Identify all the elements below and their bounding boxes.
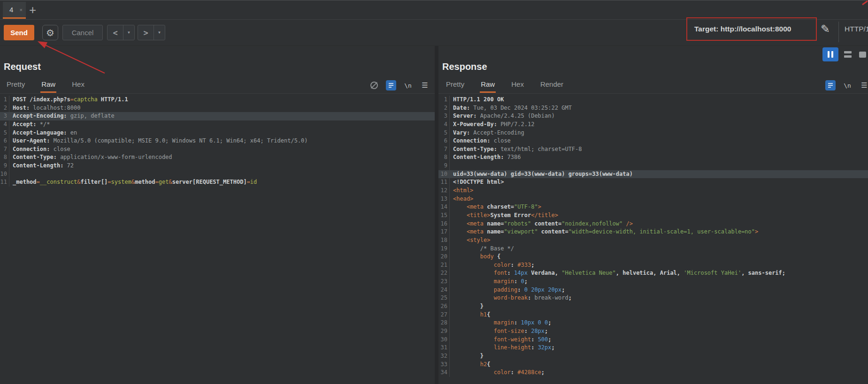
tab-response-raw[interactable]: Raw: [480, 80, 496, 93]
code-line-17: 17 <meta name="viewport" content="width=…: [438, 228, 868, 236]
editor-menu-icon[interactable]: ☰: [420, 80, 430, 90]
code-line-9: 9: [438, 162, 868, 170]
tab-label: 4: [9, 6, 13, 14]
response-editor[interactable]: 1HTTP/1.1 200 OK2Date: Tue, 03 Dec 2024 …: [438, 94, 868, 384]
code-line-text: word-break: break-word;: [453, 294, 572, 302]
request-editor[interactable]: 1POST /index.php?s=captcha HTTP/1.12Host…: [0, 94, 435, 384]
line-number: 3: [438, 112, 450, 120]
code-line-text: <meta name="robots" content="noindex,nof…: [453, 220, 633, 228]
code-line-text: color: #333;: [453, 261, 534, 270]
request-panel-title: Request: [4, 61, 41, 72]
code-line-text: Connection: close: [453, 137, 511, 145]
line-number: 10: [0, 170, 9, 179]
code-line-text: <title>System Error</title>: [453, 211, 558, 220]
request-editor-icons: \n ☰: [369, 80, 430, 90]
line-number: 2: [0, 104, 9, 113]
gear-icon: ⚙: [46, 27, 54, 38]
code-line-text: /* Base */: [453, 245, 514, 253]
line-number: 17: [438, 228, 450, 236]
edit-target-icon[interactable]: ✎: [821, 23, 830, 36]
code-line-text: h1{: [453, 311, 490, 319]
tab-response-render[interactable]: Render: [539, 80, 564, 93]
code-line-11: 11_method=__construct&filter[]=system&me…: [0, 178, 435, 187]
code-line-26: 26 }: [438, 302, 868, 311]
code-line-text: HTTP/1.1 200 OK: [453, 96, 504, 104]
layout-rows-button[interactable]: [841, 47, 854, 61]
tab-request-pretty[interactable]: Pretty: [6, 80, 26, 93]
code-line-27: 27 h1{: [438, 311, 868, 319]
code-line-text: <!DOCTYPE html>: [453, 178, 504, 187]
tab-request-raw[interactable]: Raw: [40, 80, 56, 93]
line-number: 1: [0, 96, 9, 104]
code-line-4: 4Accept: */*: [0, 120, 435, 129]
tab-response-hex[interactable]: Hex: [510, 80, 525, 93]
wrap-lines-glyph: [388, 82, 394, 89]
show-newlines-icon[interactable]: \n: [403, 80, 413, 90]
code-line-text: User-Agent: Mozilla/5.0 (compatible; MSI…: [13, 137, 308, 145]
code-line-text: Content-Length: 7386: [453, 153, 521, 162]
history-forward-button[interactable]: > ▼: [138, 25, 165, 40]
send-button[interactable]: Send: [4, 25, 34, 40]
line-number: 19: [438, 245, 450, 253]
soft-wrap-icon[interactable]: [386, 80, 396, 90]
line-number: 8: [438, 153, 450, 162]
response-panel-title: Response: [442, 61, 487, 72]
close-tab-icon[interactable]: ×: [20, 7, 23, 13]
code-line-text: Connection: close: [13, 145, 70, 154]
editor-menu-icon[interactable]: ☰: [859, 80, 868, 90]
code-line-1: 1POST /index.php?s=captcha HTTP/1.1: [0, 96, 435, 104]
code-line-text: Content-Length: 72: [13, 162, 74, 170]
code-line-text: font: 14px Verdana, "Helvetica Neue", he…: [453, 269, 785, 278]
line-number: 15: [438, 211, 450, 220]
code-line-3: 3Server: Apache/2.4.25 (Debian): [438, 112, 868, 120]
code-line-text: padding: 0 20px 20px;: [453, 286, 565, 294]
toolbar-divider: [838, 22, 839, 42]
code-line-31: 31 line-height: 32px;: [438, 344, 868, 352]
soft-wrap-icon[interactable]: [825, 80, 836, 90]
code-line-2: 2Host: localhost:8000: [0, 104, 435, 113]
line-number: 29: [438, 327, 450, 336]
line-number: 22: [438, 269, 450, 278]
layout-single-button[interactable]: [856, 47, 868, 61]
line-number: 30: [438, 336, 450, 344]
code-line-text: uid=33(www-data) gid=33(www-data) groups…: [453, 170, 633, 179]
active-tab-indicator: [3, 17, 26, 19]
code-line-18: 18 <style>: [438, 236, 868, 245]
highlight-off-icon[interactable]: [369, 80, 379, 90]
code-line-10: 10: [0, 170, 435, 179]
panel-divider[interactable]: [435, 46, 438, 384]
request-settings-button[interactable]: ⚙: [42, 25, 58, 40]
history-back-button[interactable]: < ▼: [107, 25, 135, 40]
line-number: 5: [0, 129, 9, 137]
code-line-10: 10uid=33(www-data) gid=33(www-data) grou…: [438, 170, 868, 179]
caret-down-icon[interactable]: ▼: [123, 30, 134, 35]
show-newlines-icon[interactable]: \n: [842, 80, 853, 90]
line-number: 21: [438, 261, 450, 270]
code-line-text: }: [453, 352, 484, 361]
toolbar-border: [0, 45, 868, 46]
code-line-21: 21 color: #333;: [438, 261, 868, 270]
code-line-28: 28 margin: 10px 0 0;: [438, 319, 868, 327]
code-line-text: Server: Apache/2.4.25 (Debian): [453, 112, 555, 120]
target-label[interactable]: Target: http://localhost:8000: [694, 17, 791, 41]
http-version-label: HTTP/1: [845, 17, 868, 41]
line-number: 31: [438, 344, 450, 352]
code-line-3: 3Accept-Encoding: gzip, deflate: [0, 112, 435, 120]
code-line-text: Accept-Language: en: [13, 129, 77, 137]
code-line-text: Vary: Accept-Encoding: [453, 129, 524, 137]
tab-response-pretty[interactable]: Pretty: [445, 80, 465, 93]
columns-icon: [831, 51, 833, 58]
code-line-text: X-Powered-By: PHP/7.2.12: [453, 120, 534, 129]
layout-columns-button[interactable]: [822, 47, 838, 61]
line-number: 27: [438, 311, 450, 319]
caret-down-icon[interactable]: ▼: [154, 30, 165, 35]
tab-request-hex[interactable]: Hex: [71, 80, 85, 93]
line-number: 9: [438, 162, 450, 170]
code-line-text: line-height: 32px;: [453, 344, 555, 352]
code-line-text: Content-Type: application/x-www-form-url…: [13, 153, 172, 162]
cancel-button[interactable]: Cancel: [62, 25, 103, 40]
code-line-text: Content-Type: text/html; charset=UTF-8: [453, 145, 582, 154]
new-tab-button[interactable]: +: [29, 3, 36, 17]
code-line-text: margin: 10px 0 0;: [453, 319, 552, 327]
repeater-tab-4[interactable]: 4 ×: [3, 2, 26, 19]
